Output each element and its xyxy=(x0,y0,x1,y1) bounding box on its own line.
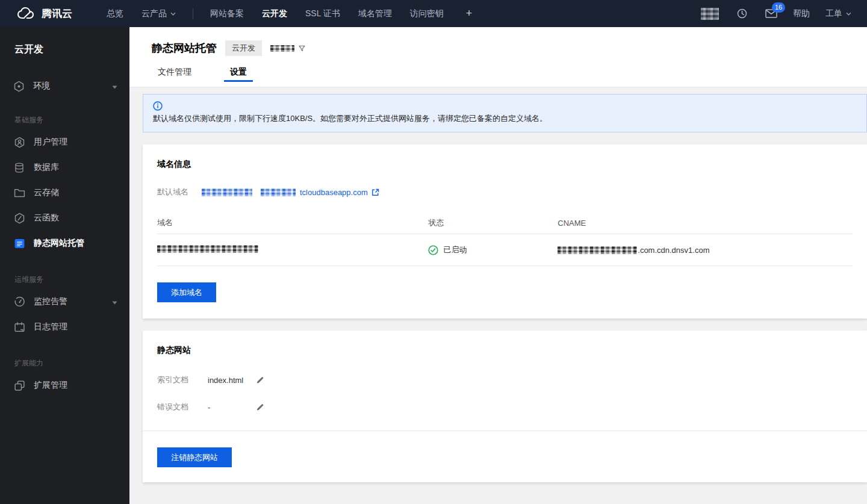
nav-help[interactable]: 帮助 xyxy=(793,8,810,19)
user-management-icon xyxy=(13,137,25,148)
card-divider xyxy=(143,431,867,431)
sidebar-section-basic-services: 基础服务 xyxy=(0,115,129,125)
index-document-label: 索引文档 xyxy=(157,375,208,385)
index-document-row: 索引文档 index.html xyxy=(143,375,867,385)
redacted-environment-name xyxy=(270,45,294,52)
folder-icon xyxy=(13,188,25,198)
sidebar-item-cloud-storage[interactable]: 云存储 xyxy=(0,181,129,205)
nav-add-shortcut-button[interactable]: + xyxy=(466,7,473,20)
sidebar-item-label: 扩展管理 xyxy=(34,380,67,391)
cloud-function-icon xyxy=(13,213,25,224)
sidebar-item-label: 云存储 xyxy=(34,187,59,198)
messages-mail-icon[interactable]: 16 xyxy=(765,9,777,18)
nav-overview-label: 总览 xyxy=(107,8,123,19)
status-badge: 已启动 xyxy=(443,244,467,255)
main-content: 静态网站托管 云开发 文件管理 设置 xyxy=(129,27,867,504)
nav-item-ssl-cert[interactable]: SSL 证书 xyxy=(305,8,340,19)
chevron-down-icon xyxy=(170,12,176,16)
chevron-down-icon xyxy=(112,81,117,91)
sidebar-section-ops-services: 运维服务 xyxy=(0,275,129,285)
col-header-status: 状态 xyxy=(428,217,558,228)
add-domain-button[interactable]: 添加域名 xyxy=(157,282,216,302)
chevron-down-icon xyxy=(846,12,851,16)
sidebar-title: 云开发 xyxy=(0,27,129,56)
sidebar-item-label: 云函数 xyxy=(34,213,59,223)
redacted-custom-domain xyxy=(157,245,258,253)
sidebar-item-monitoring-alerts[interactable]: 监控告警 xyxy=(0,290,129,314)
sidebar-item-user-management[interactable]: 用户管理 xyxy=(0,130,129,154)
sidebar-item-database[interactable]: 数据库 xyxy=(0,155,129,179)
edit-pencil-icon[interactable] xyxy=(256,376,264,384)
nav-products-dropdown[interactable]: 云产品 xyxy=(141,8,176,19)
cname-cell: .com.cdn.dnsv1.com xyxy=(558,246,853,255)
chevron-down-icon xyxy=(112,297,117,306)
error-document-label: 错误文档 xyxy=(157,402,208,412)
nav-help-label: 帮助 xyxy=(793,8,810,19)
static-site-card-title: 静态网站 xyxy=(143,345,867,356)
static-hosting-document-icon xyxy=(13,238,25,249)
index-document-value: index.html xyxy=(208,376,256,385)
nav-item-website-beian[interactable]: 网站备案 xyxy=(210,8,244,19)
nav-ticket-dropdown[interactable]: 工单 xyxy=(825,8,851,19)
error-document-row: 错误文档 - xyxy=(143,402,867,412)
tab-bar: 文件管理 设置 xyxy=(152,67,253,87)
nav-products-label: 云产品 xyxy=(141,8,167,19)
sidebar: 云开发 环境 基础服务 xyxy=(0,27,129,504)
table-row: 已启动 .com.cdn.dnsv1.com xyxy=(157,234,853,266)
nav-divider xyxy=(193,8,193,19)
tencent-cloud-logo[interactable]: 腾讯云 xyxy=(17,7,72,21)
history-clock-icon[interactable] xyxy=(737,8,747,19)
brand-name: 腾讯云 xyxy=(42,7,72,20)
database-icon xyxy=(13,162,25,173)
sidebar-item-static-hosting[interactable]: 静态网站托管 xyxy=(0,231,129,255)
default-domain-link[interactable]: tcloudbaseapp.com xyxy=(202,188,379,197)
environment-hexagon-icon xyxy=(13,81,25,92)
info-banner-text: 默认域名仅供测试使用，限制下行速度10KB/S。如您需要对外正式提供网站服务，请… xyxy=(153,113,857,124)
nav-item-access-keys[interactable]: 访问密钥 xyxy=(410,8,444,19)
nav-overview[interactable]: 总览 xyxy=(107,8,123,19)
static-website-card: 静态网站 索引文档 index.html 错误文档 - xyxy=(143,331,867,482)
overlapping-squares-icon xyxy=(13,380,25,391)
tab-file-management[interactable]: 文件管理 xyxy=(152,67,197,87)
error-document-value: - xyxy=(208,403,256,412)
domain-info-card: 域名信息 默认域名 tcloudbaseapp.com xyxy=(143,145,867,319)
cloud-logo-icon xyxy=(17,7,36,21)
page-title: 静态网站托管 xyxy=(152,41,217,55)
redacted-cname-prefix xyxy=(558,246,637,254)
sidebar-item-log-management[interactable]: 日志管理 xyxy=(0,315,129,339)
sidebar-item-extension-management[interactable]: 扩展管理 xyxy=(0,373,129,397)
info-banner: 默认域名仅供测试使用，限制下行速度10KB/S。如您需要对外正式提供网站服务，请… xyxy=(143,94,867,132)
deregister-static-site-button[interactable]: 注销静态网站 xyxy=(157,447,232,467)
status-check-icon xyxy=(428,245,438,255)
domains-table-header: 域名 状态 CNAME xyxy=(157,212,853,234)
screen: 腾讯云 总览 云产品 网站备案 云开发 SSL 证书 域名管理 访问密钥 + xyxy=(0,0,867,504)
nav-ticket-label: 工单 xyxy=(825,8,842,19)
settings-content: 默认域名仅供测试使用，限制下行速度10KB/S。如您需要对外正式提供网站服务，请… xyxy=(129,87,867,482)
sidebar-item-cloud-functions[interactable]: 云函数 xyxy=(0,206,129,230)
info-icon xyxy=(153,101,857,111)
cname-visible-text: .com.cdn.dnsv1.com xyxy=(638,246,709,255)
message-count-badge: 16 xyxy=(772,2,785,13)
col-header-domain: 域名 xyxy=(157,217,428,228)
default-domain-visible-text: tcloudbaseapp.com xyxy=(300,188,368,197)
external-link-icon xyxy=(371,188,379,196)
tab-settings[interactable]: 设置 xyxy=(224,67,253,87)
domain-cell xyxy=(157,245,428,255)
product-badge: 云开发 xyxy=(225,40,262,56)
status-cell: 已启动 xyxy=(428,244,558,255)
domains-table: 域名 状态 CNAME xyxy=(157,212,853,266)
env-filter-funnel-icon[interactable] xyxy=(299,45,305,52)
page-header: 静态网站托管 云开发 文件管理 设置 xyxy=(129,27,867,87)
col-header-cname: CNAME xyxy=(558,219,853,228)
sidebar-item-label: 用户管理 xyxy=(34,137,67,148)
sidebar-item-environment[interactable]: 环境 xyxy=(0,76,129,96)
sidebar-item-label: 静态网站托管 xyxy=(34,238,84,249)
default-domain-row: 默认域名 tcloudbaseapp.com xyxy=(157,187,853,198)
edit-pencil-icon[interactable] xyxy=(256,403,264,411)
sidebar-item-label: 数据库 xyxy=(34,162,59,173)
nav-item-domain-mgmt[interactable]: 域名管理 xyxy=(358,8,392,19)
sidebar-item-label: 监控告警 xyxy=(34,296,67,307)
sidebar-item-environment-label: 环境 xyxy=(33,81,50,92)
top-nav: 腾讯云 总览 云产品 网站备案 云开发 SSL 证书 域名管理 访问密钥 + xyxy=(0,0,867,27)
nav-item-cloudbase[interactable]: 云开发 xyxy=(262,8,287,19)
